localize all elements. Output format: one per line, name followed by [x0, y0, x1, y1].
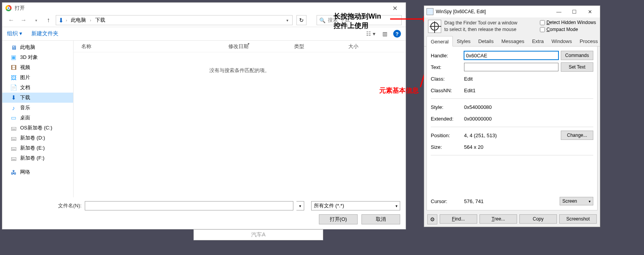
- tree-this-pc[interactable]: 🖥此电脑: [2, 42, 73, 52]
- col-type[interactable]: 类型: [286, 43, 341, 50]
- general-pane: Handle: Commands Text: Set Text Class: E…: [426, 47, 598, 210]
- preview-pane-button[interactable]: ▥: [379, 29, 390, 38]
- tree-music[interactable]: ♪音乐: [2, 103, 73, 113]
- col-name[interactable]: 名称: [74, 43, 221, 50]
- winspy-bottom-bar: ⚙ Find... Tree... Copy Screenshot: [424, 212, 600, 227]
- search-input[interactable]: 🔍 搜索"下载": [317, 15, 402, 25]
- tree-desktop[interactable]: ▭桌面: [2, 113, 73, 123]
- tree-drive-f[interactable]: 🖴新加卷 (F:): [2, 153, 73, 163]
- val-position: 4, 4 (251, 513): [464, 133, 558, 138]
- settings-button[interactable]: ⚙: [427, 214, 437, 224]
- col-date[interactable]: 修改日期▾: [221, 43, 286, 50]
- tab-general[interactable]: General: [426, 36, 453, 47]
- tree-button[interactable]: Tree...: [480, 214, 517, 224]
- open-dialog-toolbar: 组织 ▾ 新建文件夹 ☷ ▾ ▥ ?: [2, 27, 406, 41]
- tree-network[interactable]: 🖧网络: [2, 167, 73, 177]
- crumb-root[interactable]: 此电脑: [69, 16, 88, 24]
- picture-icon: 🖼: [10, 74, 17, 81]
- path-dropdown-icon[interactable]: ▾: [284, 18, 291, 22]
- tab-windows[interactable]: Windows: [548, 36, 576, 46]
- change-button[interactable]: Change...: [561, 131, 593, 140]
- minimize-button[interactable]: —: [551, 6, 567, 17]
- back-button[interactable]: ←: [6, 15, 16, 25]
- drive-icon: 🖴: [10, 155, 17, 162]
- drive-icon: 🖴: [10, 135, 17, 141]
- breadcrumb-bar[interactable]: ⬇ › 此电脑 › 下载 ▾: [56, 15, 293, 25]
- open-button[interactable]: 打开(O): [319, 214, 358, 224]
- lbl-cursor: Cursor:: [431, 198, 462, 204]
- finder-tool[interactable]: [428, 20, 441, 33]
- crumb-sep-icon: ›: [89, 18, 92, 22]
- val-style: 0x54000080: [464, 104, 593, 110]
- tree-videos[interactable]: 🎞视频: [2, 62, 73, 72]
- tree-drive-e[interactable]: 🖴新加卷 (E:): [2, 143, 73, 153]
- cursor-mode-select[interactable]: Screen▾: [560, 197, 593, 205]
- crumb-folder[interactable]: 下载: [93, 16, 108, 24]
- tree-pictures[interactable]: 🖼图片: [2, 72, 73, 83]
- tab-details[interactable]: Details: [474, 36, 498, 46]
- detect-hidden-checkbox[interactable]: Detect Hidden Windows: [540, 20, 596, 25]
- drive-icon: 🖴: [10, 125, 17, 131]
- filename-label: 文件名(N):: [58, 202, 82, 209]
- up-button[interactable]: ↑: [43, 15, 53, 25]
- tree-os-drive[interactable]: 🖴OS新加卷 (C:): [2, 123, 73, 133]
- winspy-tabs: General Styles Details Messages Extra Wi…: [424, 36, 600, 47]
- path-row: ← → ▾ ↑ ⬇ › 此电脑 › 下载 ▾ ↻ 🔍 搜索"下载": [2, 14, 406, 27]
- filename-dropdown[interactable]: ▾: [296, 201, 304, 210]
- document-icon: 📄: [10, 84, 17, 91]
- tree-drive-d[interactable]: 🖴新加卷 (D:): [2, 133, 73, 143]
- val-classnn: Edit1: [464, 88, 593, 93]
- column-headers[interactable]: 名称 修改日期▾ 类型 大小: [74, 41, 406, 52]
- open-dialog-titlebar: 打开 ✕: [2, 3, 406, 14]
- winspy-app-icon: [426, 8, 433, 15]
- nav-tree[interactable]: 🖥此电脑 ▣3D 对象 🎞视频 🖼图片 📄文档 ⬇下载 ♪音乐 ▭桌面 🖴OS新…: [2, 41, 74, 197]
- tree-downloads[interactable]: ⬇下载: [2, 93, 73, 103]
- val-extended: 0x00000000: [464, 116, 593, 122]
- cancel-button[interactable]: 取消: [361, 214, 400, 224]
- lbl-size: Size:: [431, 144, 462, 150]
- help-button[interactable]: ?: [393, 30, 401, 38]
- winspy-titlebar[interactable]: WinSpy [0x60CAE, Edit] — ☐ ✕: [424, 6, 600, 17]
- tab-messages[interactable]: Messages: [497, 36, 528, 46]
- recent-dropdown[interactable]: ▾: [31, 15, 41, 25]
- sort-icon: ▾: [248, 42, 250, 46]
- commands-button[interactable]: Commands: [561, 51, 593, 60]
- tree-3d-objects[interactable]: ▣3D 对象: [2, 52, 73, 62]
- view-mode-button[interactable]: ☷ ▾: [365, 29, 376, 38]
- cube-icon: ▣: [10, 54, 17, 61]
- organize-button[interactable]: 组织 ▾: [7, 30, 22, 37]
- chrome-icon: [5, 5, 12, 11]
- refresh-button[interactable]: ↻: [296, 15, 307, 25]
- text-input[interactable]: [464, 63, 558, 71]
- background-fragment: 汽车A: [194, 229, 323, 240]
- file-filter-select[interactable]: 所有文件 (*.*)▾: [311, 201, 400, 210]
- close-button[interactable]: ✕: [387, 3, 402, 14]
- tab-extra[interactable]: Extra: [528, 36, 548, 46]
- val-size: 564 x 20: [464, 144, 593, 150]
- winspy-window: WinSpy [0x60CAE, Edit] — ☐ ✕ Drag the Fi…: [424, 5, 600, 227]
- pc-icon: 🖥: [10, 44, 17, 51]
- maximize-button[interactable]: ☐: [567, 6, 582, 17]
- copy-button[interactable]: Copy: [519, 214, 557, 224]
- col-size[interactable]: 大小: [341, 43, 383, 50]
- find-button[interactable]: Find...: [440, 214, 477, 224]
- compact-mode-checkbox[interactable]: Compact Mode: [540, 27, 596, 32]
- screenshot-button[interactable]: Screenshot: [559, 214, 597, 224]
- video-icon: 🎞: [10, 64, 17, 71]
- tab-styles[interactable]: Styles: [453, 36, 474, 46]
- crumb-sep-icon: ›: [65, 18, 68, 22]
- download-icon: ⬇: [58, 17, 63, 24]
- search-icon: 🔍: [319, 17, 325, 23]
- tree-documents[interactable]: 📄文档: [2, 83, 73, 93]
- handle-input[interactable]: [464, 51, 558, 60]
- new-folder-button[interactable]: 新建文件夹: [31, 30, 58, 37]
- set-text-button[interactable]: Set Text: [561, 62, 593, 72]
- filename-input[interactable]: [85, 201, 293, 210]
- forward-button: →: [19, 15, 29, 25]
- chevron-down-icon: ▾: [589, 199, 591, 203]
- network-icon: 🖧: [10, 169, 17, 176]
- tab-process[interactable]: Process: [576, 36, 602, 46]
- lbl-handle: Handle:: [431, 53, 462, 59]
- open-dialog-title: 打开: [15, 5, 25, 12]
- close-button[interactable]: ✕: [582, 6, 598, 17]
